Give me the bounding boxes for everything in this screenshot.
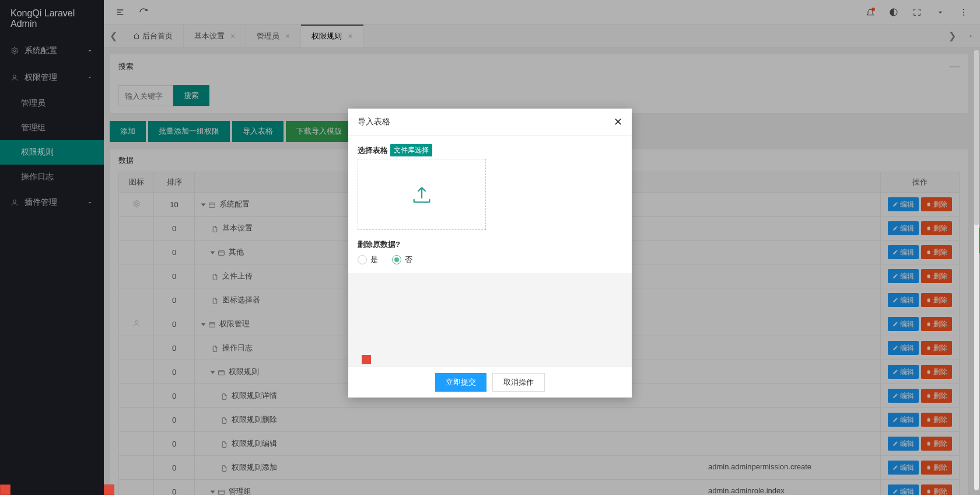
radio-yes[interactable]: 是 — [358, 255, 378, 265]
upload-icon — [410, 183, 433, 206]
delete-question-label: 删除原数据? — [358, 239, 622, 250]
corner-badge-icon — [0, 484, 10, 495]
modal-overlay[interactable]: 导入表格 ✕ 选择表格 文件库选择 删除原数据? 是 否 立即提交 取消操作 — [0, 0, 980, 495]
radio-no[interactable]: 否 — [392, 255, 412, 265]
import-modal: 导入表格 ✕ 选择表格 文件库选择 删除原数据? 是 否 立即提交 取消操作 — [348, 109, 632, 398]
modal-submit-button[interactable]: 立即提交 — [435, 373, 487, 392]
overlay-corner-icon — [362, 355, 371, 364]
upload-dropzone[interactable] — [358, 159, 486, 230]
modal-title: 导入表格 — [358, 117, 390, 127]
file-library-button[interactable]: 文件库选择 — [390, 144, 432, 156]
modal-close-button[interactable]: ✕ — [614, 116, 622, 128]
radio-no-label: 否 — [405, 255, 412, 265]
corner-badge-icon — [104, 484, 114, 495]
select-file-label: 选择表格 — [358, 145, 388, 156]
modal-cancel-button[interactable]: 取消操作 — [492, 373, 545, 392]
radio-yes-label: 是 — [370, 255, 378, 265]
scrollbar[interactable] — [974, 50, 979, 490]
scrollbar-thumb[interactable] — [974, 50, 979, 225]
